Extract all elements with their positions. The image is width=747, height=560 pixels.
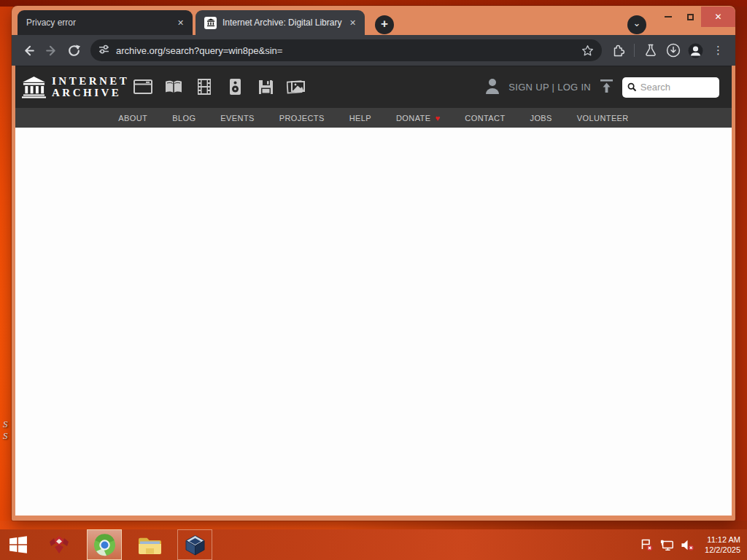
nav-jobs[interactable]: JOBS <box>518 114 565 122</box>
taskbar: 11:12 AM 12/2/2025 <box>0 529 747 560</box>
signup-login-link[interactable]: SIGN UP | LOG IN <box>508 82 591 93</box>
person-icon[interactable] <box>484 77 500 98</box>
internet-archive-header: INTERNET ARCHIVE <box>15 66 732 108</box>
nav-blog[interactable]: BLOG <box>160 114 208 122</box>
texts-icon[interactable] <box>164 77 183 96</box>
downloads-icon[interactable] <box>662 40 684 61</box>
chrome-icon <box>93 533 117 557</box>
page-content-blank <box>15 128 732 516</box>
volume-muted-icon[interactable] <box>681 538 694 552</box>
toolbar-separator <box>634 44 635 57</box>
clock-date: 12/2/2025 <box>705 545 740 555</box>
window-controls: ✕ <box>657 6 735 28</box>
tab-privacy-error[interactable]: Privacy error ✕ <box>18 10 193 35</box>
nav-label: EVENTS <box>220 114 254 122</box>
wordmark-line2: ARCHIVE <box>52 87 129 98</box>
video-icon[interactable] <box>195 77 214 96</box>
internet-archive-wordmark[interactable]: INTERNET ARCHIVE <box>52 75 129 98</box>
window-minimize-button[interactable] <box>657 7 679 26</box>
taskbar-app-file-explorer[interactable] <box>132 529 167 560</box>
tab-close-icon[interactable]: ✕ <box>174 17 187 29</box>
tab-search-chevron-icon[interactable]: ⌄ <box>627 15 646 34</box>
search-icon <box>627 82 637 93</box>
internet-archive-favicon <box>204 17 217 29</box>
virtualbox-icon <box>184 534 206 556</box>
internet-archive-logo-icon[interactable] <box>22 76 46 101</box>
nav-label: DONATE <box>396 114 430 122</box>
windows-logo-icon <box>9 535 28 554</box>
taskbar-app-chrome[interactable] <box>87 529 122 560</box>
red-cube-app-icon <box>47 534 71 555</box>
nav-projects[interactable]: PROJECTS <box>267 114 337 122</box>
nav-label: VOLUNTEER <box>577 114 629 122</box>
system-tray: 11:12 AM 12/2/2025 <box>640 529 747 560</box>
start-button[interactable] <box>0 529 36 560</box>
nav-label: BLOG <box>172 114 196 122</box>
wallpaper-streak <box>0 521 747 529</box>
network-status-icon[interactable] <box>660 538 674 552</box>
images-icon[interactable] <box>287 77 306 96</box>
tab-close-icon[interactable]: ✕ <box>347 17 359 29</box>
taskbar-app-red-cube[interactable] <box>42 529 77 560</box>
maximize-icon <box>687 14 694 20</box>
site-search-box[interactable] <box>622 77 719 98</box>
media-type-icons <box>133 77 306 96</box>
browser-toolbar: archive.org/search?query=win8pe&sin= <box>12 35 735 66</box>
action-center-flag-icon[interactable] <box>640 538 654 552</box>
nav-donate[interactable]: DONATE ♥ <box>384 114 452 122</box>
tab-internet-archive[interactable]: Internet Archive: Digital Library ✕ <box>196 10 365 35</box>
tab-title: Privacy error <box>26 18 174 28</box>
extensions-puzzle-icon[interactable] <box>608 40 629 61</box>
account-area: SIGN UP | LOG IN <box>484 66 719 108</box>
url-text[interactable]: archive.org/search?query=win8pe&sin= <box>116 45 570 56</box>
donate-heart-icon: ♥ <box>435 114 440 122</box>
nav-contact[interactable]: CONTACT <box>452 114 517 122</box>
upload-icon[interactable] <box>599 79 614 96</box>
audio-icon[interactable] <box>225 77 244 96</box>
site-settings-icon[interactable] <box>98 44 109 58</box>
nav-events[interactable]: EVENTS <box>208 114 266 122</box>
new-tab-button[interactable]: + <box>375 15 394 34</box>
nav-label: HELP <box>349 114 371 122</box>
nav-help[interactable]: HELP <box>337 114 384 122</box>
tab-strip: Privacy error ✕ Internet Archive: Digita… <box>12 6 735 35</box>
minimize-icon <box>665 16 672 18</box>
browser-menu-kebab-icon[interactable]: ⋮ <box>708 40 729 61</box>
nav-label: ABOUT <box>118 114 147 122</box>
software-icon[interactable] <box>256 77 275 96</box>
web-icon[interactable] <box>133 77 152 96</box>
desktop-icon-label-fragment: S <box>3 430 8 442</box>
profile-avatar-icon[interactable] <box>685 40 706 61</box>
browser-window: Privacy error ✕ Internet Archive: Digita… <box>12 6 735 521</box>
site-nav: ABOUT BLOG EVENTS PROJECTS HELP DONATE ♥… <box>15 108 732 128</box>
window-close-button[interactable]: ✕ <box>701 7 735 27</box>
taskbar-clock[interactable]: 11:12 AM 12/2/2025 <box>701 534 740 555</box>
nav-about[interactable]: ABOUT <box>106 114 160 122</box>
address-bar[interactable]: archive.org/search?query=win8pe&sin= <box>90 39 602 61</box>
chrome-labs-flask-icon[interactable] <box>640 40 661 61</box>
wordmark-line1: INTERNET <box>52 75 129 87</box>
bookmark-star-icon[interactable] <box>577 40 598 61</box>
search-input[interactable] <box>640 82 714 93</box>
clock-time: 11:12 AM <box>705 534 740 545</box>
forward-button[interactable] <box>41 40 62 61</box>
web-page: INTERNET ARCHIVE <box>15 66 732 516</box>
nav-volunteer[interactable]: VOLUNTEER <box>565 114 641 122</box>
nav-label: JOBS <box>530 114 552 122</box>
reload-button[interactable] <box>63 40 85 61</box>
back-button[interactable] <box>18 40 39 61</box>
window-maximize-button[interactable] <box>679 7 701 26</box>
desktop-icon-label-fragment: S <box>3 419 8 430</box>
taskbar-app-virtualbox[interactable] <box>177 529 212 560</box>
nav-label: CONTACT <box>465 114 505 122</box>
tab-title: Internet Archive: Digital Library <box>222 18 347 28</box>
folder-icon <box>137 534 163 556</box>
nav-label: PROJECTS <box>279 114 325 122</box>
